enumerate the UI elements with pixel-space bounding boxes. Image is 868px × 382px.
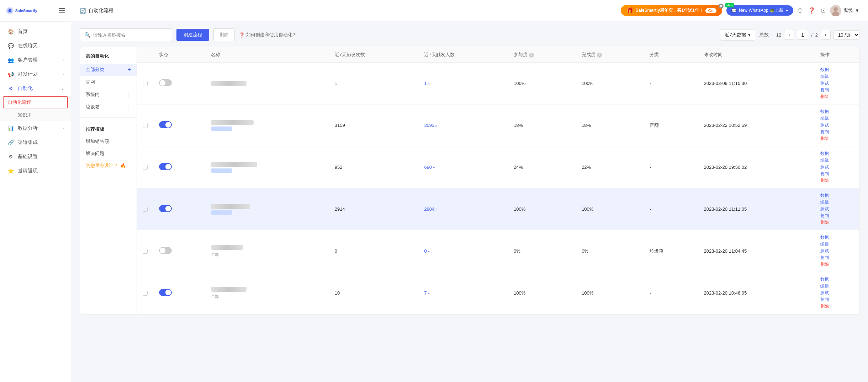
category-cell: -	[644, 146, 698, 188]
edit-action-link[interactable]: 编辑	[820, 74, 829, 80]
delete-button[interactable]: 删除	[213, 28, 235, 41]
edit-action-link[interactable]: 编辑	[820, 283, 829, 289]
users7-link[interactable]: 2904 »	[424, 206, 502, 212]
copy-action-link[interactable]: 复制	[820, 171, 829, 177]
add-category-button[interactable]: +	[128, 66, 131, 73]
cat-template-solve[interactable]: 解决问题	[80, 147, 137, 160]
data-action-link[interactable]: 数据	[820, 151, 829, 157]
cat-more-icon[interactable]: ⋮	[125, 91, 131, 98]
search-input[interactable]	[93, 32, 168, 38]
sidebar-item-home[interactable]: 🏠 首页	[0, 25, 71, 39]
users7-link[interactable]: 3093 »	[424, 123, 502, 128]
next-page-button[interactable]: ›	[821, 30, 831, 40]
help-icon[interactable]: ❓	[808, 7, 815, 14]
copy-action-link[interactable]: 复制	[820, 297, 829, 303]
completion-cell: 100%	[576, 63, 644, 104]
custom-design-label: 为您量身设计？	[86, 162, 118, 169]
copy-action-link[interactable]: 复制	[820, 255, 829, 261]
copy-action-link[interactable]: 复制	[820, 129, 829, 135]
copy-action-link[interactable]: 复制	[820, 213, 829, 219]
automation-table-wrapper: 状态 名称 近7天触发次数 近7天触发人数 参与度i 完成度i 分类 修改时间 …	[137, 47, 859, 314]
delete-action-link[interactable]: 删除	[820, 220, 829, 226]
edit-action-link[interactable]: 编辑	[820, 115, 829, 122]
status-toggle[interactable]	[159, 205, 172, 212]
edit-action-link[interactable]: 编辑	[820, 241, 829, 247]
test-action-link[interactable]: 测试	[820, 122, 829, 128]
create-flow-button[interactable]: 创建流程	[176, 29, 209, 41]
custom-design-link[interactable]: 为您量身设计？ 🔥	[80, 160, 137, 172]
sidebar-item-knowledge-base[interactable]: 知识库	[0, 109, 71, 121]
sidebar-item-invite[interactable]: ⭐ 邀请返现	[0, 164, 71, 178]
name-blurred	[211, 204, 250, 209]
users7-link[interactable]: 690 »	[424, 165, 502, 170]
test-action-link[interactable]: 测试	[820, 164, 829, 170]
sidebar-item-customer[interactable]: 👥 客户管理 ›	[0, 53, 71, 67]
delete-action-link[interactable]: 删除	[820, 262, 829, 268]
cat-template-sales[interactable]: 增加销售额	[80, 135, 137, 147]
users7-link[interactable]: 7 »	[424, 290, 502, 296]
delete-action-link[interactable]: 删除	[820, 94, 829, 100]
data-filter-dropdown[interactable]: 近7天数据 ▾	[720, 29, 755, 41]
status-toggle[interactable]	[159, 247, 172, 254]
test-action-link[interactable]: 测试	[820, 206, 829, 212]
row-checkbox[interactable]	[143, 291, 148, 296]
edit-action-link[interactable]: 编辑	[820, 199, 829, 205]
status-toggle[interactable]	[159, 79, 172, 86]
status-toggle[interactable]	[159, 163, 172, 170]
copy-action-link[interactable]: 复制	[820, 87, 829, 93]
user-status: 离线	[843, 7, 853, 14]
cat-item-official[interactable]: 官网 ⋮	[80, 76, 137, 88]
sidebar-item-integration[interactable]: 🔗 渠道集成	[0, 135, 71, 150]
cat-more-icon[interactable]: ⋮	[125, 103, 131, 110]
edit-action-link[interactable]: 编辑	[820, 157, 829, 163]
test-action-link[interactable]: 测试	[820, 80, 829, 86]
cat-item-trash[interactable]: 垃圾箱 ⋮	[80, 101, 137, 113]
data-action-link[interactable]: 数据	[820, 235, 829, 241]
sidebar-item-live-chat[interactable]: 💬 在线聊天	[0, 39, 71, 53]
status-toggle[interactable]	[159, 121, 172, 128]
row-checkbox[interactable]	[143, 249, 148, 254]
promo-go-btn[interactable]: Go	[705, 8, 716, 13]
row-checkbox[interactable]	[143, 81, 148, 86]
cat-item-all[interactable]: 全部分类 +	[80, 64, 137, 76]
users7-link[interactable]: 1 »	[424, 81, 502, 86]
completion-info-icon[interactable]: i	[597, 53, 602, 58]
test-action-link[interactable]: 测试	[820, 290, 829, 296]
main-area: 🔄 自动化流程 🎁 SaleSmartly周年庆，买1年送1年！ Go ✕ Ne…	[71, 0, 868, 382]
hamburger-menu[interactable]	[59, 8, 65, 13]
cat-item-internal[interactable]: 系统内 ⋮	[80, 88, 137, 101]
data-action-link[interactable]: 数据	[820, 276, 829, 283]
users7-link[interactable]: 0 »	[424, 248, 502, 254]
sidebar-item-analytics[interactable]: 📊 数据分析 ›	[0, 121, 71, 135]
engagement-info-icon[interactable]: i	[529, 53, 534, 58]
sidebar-item-automation[interactable]: ⚙ 自动化 ∨	[0, 81, 71, 96]
cat-more-icon[interactable]: ⋮	[125, 79, 131, 85]
row-checkbox[interactable]	[143, 123, 148, 128]
data-action-link[interactable]: 数据	[820, 67, 829, 73]
promo-close-btn[interactable]: ✕	[719, 4, 724, 9]
status-toggle[interactable]	[159, 289, 172, 296]
delete-action-link[interactable]: 删除	[820, 303, 829, 310]
data-action-link[interactable]: 数据	[820, 193, 829, 199]
table-header-row: 状态 名称 近7天触发次数 近7天触发人数 参与度i 完成度i 分类 修改时间 …	[137, 47, 859, 63]
whatsapp-new-badge: New	[725, 3, 734, 7]
expand-icon[interactable]: ⊡	[821, 7, 826, 14]
page-size-select[interactable]: 10 /页 20 /页 50 /页	[833, 30, 859, 40]
sidebar-item-campaign[interactable]: 📢 群发计划 ›	[0, 67, 71, 81]
user-info[interactable]: 离线 ▼	[830, 5, 859, 16]
sidebar-item-automation-flow[interactable]: 自动化流程	[3, 96, 68, 108]
row-checkbox[interactable]	[143, 207, 148, 212]
share-icon[interactable]: ⬡	[798, 7, 803, 14]
test-action-link[interactable]: 测试	[820, 248, 829, 254]
chevron-right-icon: ›	[63, 155, 64, 159]
whatsapp-new-btn[interactable]: New 💬 New WhatsApp 🐢上新 ✦	[726, 5, 793, 16]
promo-banner[interactable]: 🎁 SaleSmartly周年庆，买1年送1年！ Go ✕	[621, 5, 722, 16]
current-page-input[interactable]	[797, 30, 808, 40]
prev-page-button[interactable]: ‹	[784, 30, 794, 40]
row-checkbox[interactable]	[143, 165, 148, 170]
sidebar-item-settings[interactable]: ⚙ 基础设置 ›	[0, 150, 71, 164]
help-link[interactable]: ❓ 如何创建和使用自动化?	[239, 32, 295, 38]
delete-action-link[interactable]: 删除	[820, 178, 829, 184]
delete-action-link[interactable]: 删除	[820, 136, 829, 142]
data-action-link[interactable]: 数据	[820, 109, 829, 115]
